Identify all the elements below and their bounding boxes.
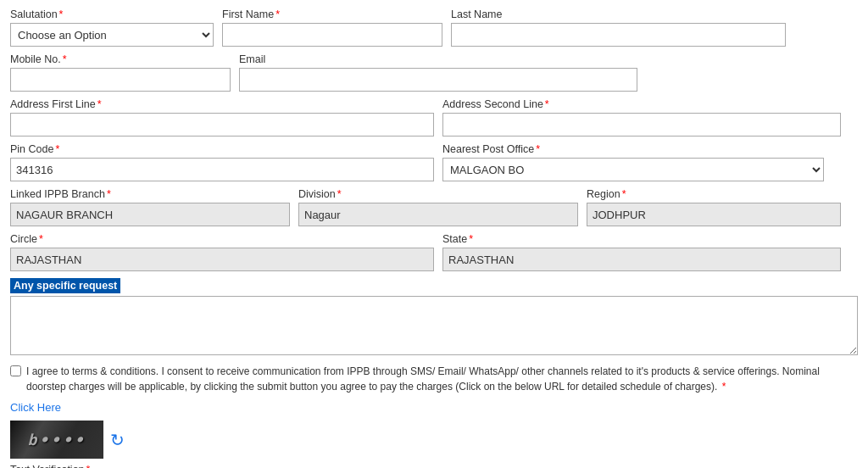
last-name-input[interactable] <box>451 23 786 47</box>
first-name-input[interactable] <box>222 23 442 47</box>
state-label: State* <box>442 233 841 245</box>
first-name-group: First Name* <box>222 8 442 47</box>
salutation-select[interactable]: Choose an Option Mr. Mrs. Ms. Dr. <box>10 23 214 47</box>
row-mobile-email: Mobile No.* Email <box>10 53 858 92</box>
region-group: Region* <box>587 188 841 226</box>
email-group: Email <box>239 53 637 92</box>
row-salutation-firstname-lastname: Salutation* Choose an Option Mr. Mrs. Ms… <box>10 8 858 47</box>
row-specific-request: Any specific request <box>10 278 858 355</box>
captcha-refresh-icon[interactable]: ↻ <box>110 430 125 450</box>
state-input <box>442 248 841 271</box>
addr2-group: Address Second Line* <box>442 98 841 136</box>
specific-request-label: Any specific request <box>10 278 858 293</box>
salutation-label: Salutation* <box>10 8 214 20</box>
text-verification-label: Text Verification* <box>10 464 858 468</box>
region-input <box>587 203 841 226</box>
email-input[interactable] <box>239 68 637 92</box>
row-circle-state: Circle* State* <box>10 233 858 271</box>
addr2-input[interactable] <box>442 113 841 136</box>
npo-label: Nearest Post Office* <box>442 143 824 155</box>
branch-label: Linked IPPB Branch* <box>10 188 290 200</box>
row-address: Address First Line* Address Second Line* <box>10 98 858 136</box>
terms-section: I agree to terms & conditions. I consent… <box>10 364 858 394</box>
branch-input <box>10 203 290 226</box>
mobile-label: Mobile No.* <box>10 53 231 65</box>
specific-request-textarea[interactable] <box>10 296 858 355</box>
npo-group: Nearest Post Office* MALGAON BO <box>442 143 824 181</box>
circle-label: Circle* <box>10 233 434 245</box>
click-here-link[interactable]: Click Here <box>10 401 858 414</box>
division-input <box>298 203 578 226</box>
captcha-row: b•••• ↻ <box>10 421 858 459</box>
branch-group: Linked IPPB Branch* <box>10 188 290 226</box>
pincode-label: Pin Code* <box>10 143 434 155</box>
npo-select[interactable]: MALGAON BO <box>442 158 824 181</box>
division-label: Division* <box>298 188 578 200</box>
terms-text: I agree to terms & conditions. I consent… <box>26 364 858 394</box>
text-verification-group: Text Verification* <box>10 464 858 468</box>
captcha-text: b•••• <box>10 421 103 459</box>
region-label: Region* <box>587 188 841 200</box>
addr1-group: Address First Line* <box>10 98 434 136</box>
row-pincode-npo: Pin Code* Nearest Post Office* MALGAON B… <box>10 143 858 181</box>
pincode-group: Pin Code* <box>10 143 434 181</box>
addr2-label: Address Second Line* <box>442 98 841 110</box>
terms-checkbox[interactable] <box>10 365 21 376</box>
circle-group: Circle* <box>10 233 434 271</box>
email-label: Email <box>239 53 637 65</box>
row-branch-division-region: Linked IPPB Branch* Division* Region* <box>10 188 858 226</box>
addr1-label: Address First Line* <box>10 98 434 110</box>
state-group: State* <box>442 233 841 271</box>
last-name-group: Last Name <box>451 8 786 47</box>
pincode-input[interactable] <box>10 158 434 181</box>
mobile-group: Mobile No.* <box>10 53 231 92</box>
salutation-group: Salutation* Choose an Option Mr. Mrs. Ms… <box>10 8 214 47</box>
first-name-label: First Name* <box>222 8 442 20</box>
addr1-input[interactable] <box>10 113 434 136</box>
captcha-image: b•••• <box>10 421 103 459</box>
mobile-input[interactable] <box>10 68 231 92</box>
circle-input <box>10 248 434 271</box>
division-group: Division* <box>298 188 578 226</box>
specific-request-group: Any specific request <box>10 278 858 355</box>
last-name-label: Last Name <box>451 8 786 20</box>
